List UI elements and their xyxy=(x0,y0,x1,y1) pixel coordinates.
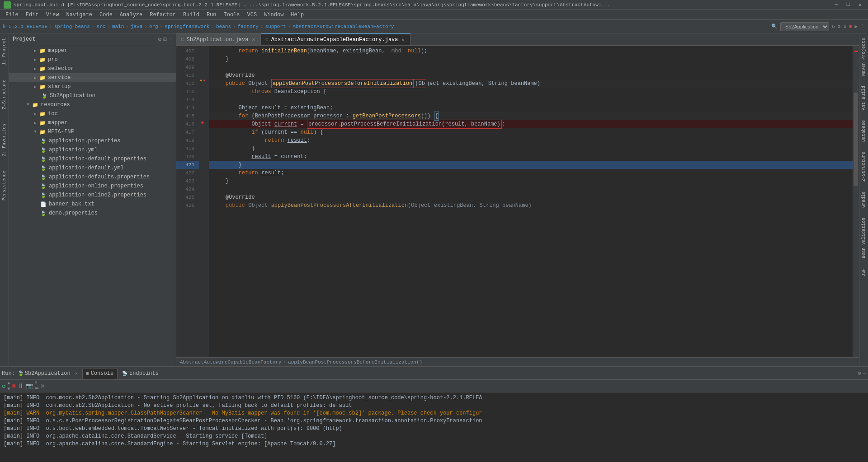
right-tab-database[interactable]: Database xyxy=(860,117,867,145)
scroll-down-icon[interactable]: ▼ xyxy=(7,387,10,392)
console-line-3: [main] WARN org.mybatis.spring.mapper.Cl… xyxy=(4,410,864,417)
close-run-icon[interactable]: ✕ xyxy=(75,371,78,376)
restart-icon[interactable]: ↺ xyxy=(2,382,5,390)
menu-vcs[interactable]: VCS xyxy=(244,11,261,19)
line-num-421: 421 xyxy=(176,161,199,169)
menu-refactor[interactable]: Refactor xyxy=(146,11,179,19)
menu-code[interactable]: Code xyxy=(96,11,116,19)
menu-help[interactable]: Help xyxy=(287,11,307,19)
tab-abstractautowire[interactable]: C AbstractAutowireCapableBeanFactory.jav… xyxy=(261,33,410,45)
menu-edit[interactable]: Edit xyxy=(22,11,42,19)
panel-settings-icon[interactable]: ⚙ xyxy=(858,370,861,377)
code-content[interactable]: return initializeBean(beanName, existing… xyxy=(209,46,853,357)
nav-stop-icon[interactable]: ■ xyxy=(849,24,852,29)
nav-scroll-icon[interactable]: ⇅ xyxy=(843,23,846,29)
panel-minimize-icon[interactable]: ─ xyxy=(863,370,866,377)
tree-item-app-defaults-props[interactable]: 🍃 application-defaults.properties xyxy=(9,173,176,182)
tree-item-app-yml[interactable]: 🍃 application.yml xyxy=(9,145,176,154)
tree-item-app-props[interactable]: 🍃 application.properties xyxy=(9,136,176,145)
props-file-icon: 🍃 xyxy=(40,164,47,172)
right-tab-zstructure[interactable]: Z-Structure xyxy=(860,149,867,184)
tree-item-app-online2-props[interactable]: 🍃 application-online2.properties xyxy=(9,191,176,200)
scroll-buttons: ▲ ▼ xyxy=(7,381,10,392)
nav-refresh-icon[interactable]: ↻ xyxy=(832,23,835,29)
code-line-412: throws BeansException { xyxy=(209,88,853,96)
menu-run[interactable]: Run xyxy=(203,11,220,19)
tree-item-pro[interactable]: ▶ 📁 pro xyxy=(9,55,176,64)
menu-build[interactable]: Build xyxy=(179,11,203,19)
camera-icon[interactable]: 📷 xyxy=(26,383,33,390)
left-tab-structure[interactable]: Z-Structure xyxy=(1,77,8,112)
close-button[interactable]: ✕ xyxy=(856,1,864,9)
menu-tools[interactable]: Tools xyxy=(220,11,244,19)
props-file-icon: 🍃 xyxy=(40,146,47,154)
nav-settings-icon[interactable]: ⚙ xyxy=(838,23,841,29)
nav-item-springframework[interactable]: springframework xyxy=(165,24,209,29)
props-file-icon: 🍃 xyxy=(40,191,47,199)
indent-out-icon[interactable]: ☰ xyxy=(35,386,39,392)
tab-close-button2[interactable]: ✕ xyxy=(401,37,406,43)
tree-item-ioc[interactable]: ▶ 📁 ioc xyxy=(9,109,176,118)
left-tab-project[interactable]: 1: Project xyxy=(1,35,8,68)
nav-item-beans[interactable]: beans xyxy=(216,24,231,29)
tree-item-meta-inf[interactable]: ▼ 📁 META-INF xyxy=(9,127,176,136)
right-tab-ant[interactable]: Ant Build xyxy=(860,83,867,113)
nav-item-org[interactable]: org xyxy=(149,24,158,29)
line-numbers: 407 408 409 410 411 412 413 414 415 416 … xyxy=(176,46,199,357)
stop-icon[interactable]: ■ xyxy=(12,383,15,390)
left-tab-favorites[interactable]: 2: Favorites xyxy=(1,121,8,159)
tree-item-app-online-props[interactable]: 🍃 application-online.properties xyxy=(9,182,176,191)
minimize-button[interactable]: ─ xyxy=(832,1,840,9)
maximize-button[interactable]: □ xyxy=(844,1,853,9)
class-selector[interactable]: Sb2Application xyxy=(780,22,829,31)
indent-in-icon[interactable]: ≡ xyxy=(35,380,39,385)
nav-item-root[interactable]: k-5.2.1.RELEASE xyxy=(3,24,47,29)
breakpoint-416[interactable]: ● xyxy=(201,119,204,126)
nav-item-factory[interactable]: factory xyxy=(238,24,259,29)
tab-close-button[interactable]: ✕ xyxy=(251,37,256,42)
scroll-up-icon[interactable]: ▲ xyxy=(7,381,10,386)
menu-navigate[interactable]: Navigate xyxy=(62,11,96,19)
more-icon[interactable]: » xyxy=(41,382,45,390)
console-output[interactable]: [main] INFO com.mooc.sb2.Sb2Application … xyxy=(0,392,868,462)
tree-item-mapper1[interactable]: ▶ 📁 mapper xyxy=(9,46,176,55)
tree-item-demo-props[interactable]: 🍃 demo.properties xyxy=(9,209,176,218)
tree-item-app-default-props[interactable]: 🍃 application-default.properties xyxy=(9,154,176,163)
sidebar-layout-icon[interactable]: ⊞ xyxy=(163,36,167,43)
line-num-425: 425 xyxy=(176,193,199,201)
nav-build-icon[interactable]: ▶ xyxy=(854,23,858,29)
pause-icon[interactable]: ⏸ xyxy=(18,383,24,390)
tree-item-startup[interactable]: ▶ 📁 startup xyxy=(9,82,176,91)
menu-file[interactable]: File xyxy=(2,11,22,19)
nav-item-main[interactable]: main xyxy=(112,24,124,29)
tree-item-app-default-yml[interactable]: 🍃 application-default.yml xyxy=(9,163,176,173)
scroll-thumb[interactable] xyxy=(854,93,858,186)
nav-more-icon[interactable]: ⋮ xyxy=(860,23,865,29)
menu-analyze[interactable]: Analyze xyxy=(116,11,146,19)
right-tab-maven[interactable]: Maven Projects xyxy=(860,35,867,79)
tree-item-resources[interactable]: ▼ 📁 resources xyxy=(9,100,176,109)
right-tab-jsf[interactable]: JSF xyxy=(860,266,867,279)
nav-item-java[interactable]: java xyxy=(131,24,142,29)
tree-item-service[interactable]: ▶ 📁 service xyxy=(9,73,176,82)
tree-item-banner[interactable]: 📄 banner_bak.txt xyxy=(9,200,176,209)
right-tab-beanval[interactable]: Bean Validation xyxy=(860,215,867,261)
nav-item-spring-beans[interactable]: spring-beans xyxy=(54,24,90,29)
bottom-tab-console[interactable]: ⊞ Console xyxy=(82,368,118,379)
menu-view[interactable]: View xyxy=(42,11,63,19)
right-tab-gradle[interactable]: Gradle xyxy=(860,189,867,210)
menu-window[interactable]: Window xyxy=(260,11,287,19)
nav-item-support[interactable]: support xyxy=(265,24,286,29)
nav-item-src[interactable]: src xyxy=(96,24,105,29)
bottom-tab-endpoints[interactable]: 📡 Endpoints xyxy=(118,368,162,379)
tree-item-mapper2[interactable]: ▶ 📁 mapper xyxy=(9,118,176,127)
tree-label: banner_bak.txt xyxy=(49,201,94,207)
editor-scrollbar[interactable] xyxy=(853,46,859,357)
left-tab-persistence[interactable]: Persistence xyxy=(1,168,8,203)
nav-item-class[interactable]: AbstractAutowireCapableBeanFactory xyxy=(292,24,394,29)
tree-item-sb2app[interactable]: 🍃 Sb2Application xyxy=(9,91,176,100)
tab-sb2application[interactable]: C Sb2Application.java ✕ xyxy=(176,33,261,45)
sidebar-settings-icon[interactable]: ⚙ xyxy=(158,36,162,43)
sidebar-minimize-icon[interactable]: ─ xyxy=(169,36,172,43)
tree-item-selector[interactable]: ▶ 📁 selector xyxy=(9,64,176,73)
